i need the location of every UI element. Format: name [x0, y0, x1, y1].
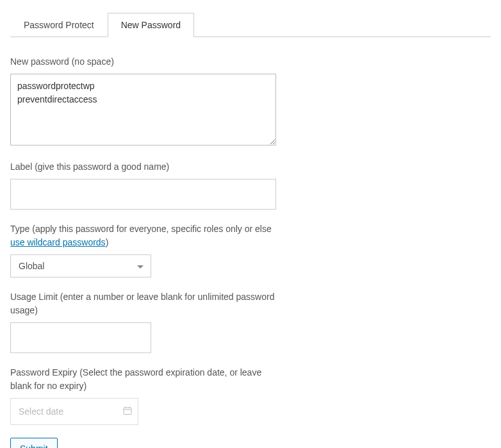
usage-limit-group: Usage Limit (enter a number or leave bla…	[10, 290, 491, 353]
label-field-label: Label (give this password a good name)	[10, 160, 279, 174]
type-label-suffix: )	[106, 237, 109, 247]
new-password-group: New password (no space) passwordprotectw…	[10, 55, 491, 147]
submit-button[interactable]: Submit	[10, 438, 58, 448]
submit-group: Submit	[10, 438, 491, 448]
expiry-date-input[interactable]	[10, 398, 138, 425]
label-group: Label (give this password a good name)	[10, 160, 491, 210]
type-select-wrapper: Global	[10, 254, 151, 278]
expiry-group: Password Expiry (Select the password exp…	[10, 366, 491, 425]
usage-limit-label: Usage Limit (enter a number or leave bla…	[10, 290, 279, 317]
date-wrapper	[10, 398, 138, 425]
type-group: Type (apply this password for everyone, …	[10, 222, 491, 278]
type-select[interactable]: Global	[10, 254, 151, 278]
new-password-input[interactable]: passwordprotectwp preventdirectaccess	[10, 74, 276, 145]
type-select-value: Global	[19, 261, 44, 271]
label-field-input[interactable]	[10, 179, 276, 210]
tab-password-protect[interactable]: Password Protect	[10, 13, 108, 37]
type-field-label: Type (apply this password for everyone, …	[10, 222, 279, 249]
tabs-bar: Password Protect New Password	[10, 13, 491, 37]
wildcard-passwords-link[interactable]: use wildcard passwords	[10, 237, 106, 247]
tab-new-password[interactable]: New Password	[108, 13, 194, 37]
new-password-label: New password (no space)	[10, 55, 279, 69]
expiry-label: Password Expiry (Select the password exp…	[10, 366, 279, 393]
type-label-prefix: Type (apply this password for everyone, …	[10, 224, 272, 234]
usage-limit-input[interactable]	[10, 322, 151, 353]
